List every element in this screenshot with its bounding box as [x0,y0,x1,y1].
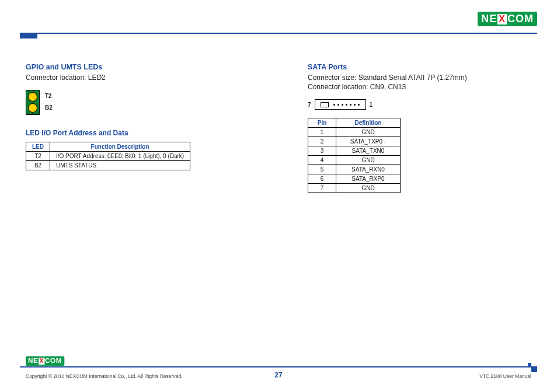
sata-key-icon [321,102,329,107]
table-row: 2SATA_TXP0 - [308,137,401,146]
header-rule [20,33,537,34]
logo-left: NE [481,13,497,25]
gpio-title: GPIO and UMTS LEDs [26,63,249,71]
table-row: 4GND [308,156,401,165]
gpio-connector: Connector location: LED2 [26,74,249,82]
logo-right: COM [507,13,534,25]
table-row: 5SATA_RXN0 [308,165,401,174]
sata-connector-diagram: 7 1 [308,99,531,110]
page-number: 27 [274,371,282,379]
brand-logo-top: NE X COM [478,12,537,26]
led-io-subhead: LED I/O Port Address and Data [26,129,249,137]
led-th-0: LED [26,142,50,152]
led-t2-label: T2 [45,93,52,99]
led-th-1: Function Description [50,142,190,152]
led-b2-icon [28,103,37,113]
table-row: 1GND [308,128,401,137]
copyright-text: Copyright © 2010 NEXCOM International Co… [26,373,182,379]
sata-table: Pin Definition 1GND 2SATA_TXP0 - 3SATA_T… [308,118,401,193]
right-column: SATA Ports Connector size: Standard Seri… [308,63,531,357]
led-table: LED Function Description T2 I/O PORT Add… [26,142,190,170]
header-tab [20,33,37,38]
sata-size: Connector size: Standard Serial ATAII 7P… [308,74,531,82]
footer-tab-icon-2 [528,363,531,366]
logo-mid: X [497,14,507,24]
footer-rule [20,366,537,368]
table-row: 6SATA_RXP0 [308,174,401,184]
sata-location: Connector location: CN9, CN13 [308,83,531,91]
sata-th-1: Definition [336,118,401,128]
led-diagram: T2 B2 [26,90,40,115]
led-b2-label: B2 [45,104,53,111]
sata-th-0: Pin [308,118,336,128]
sata-title: SATA Ports [308,63,531,71]
sata-connector-icon [315,99,366,110]
table-row: T2 I/O PORT Address: 0EE0; Bit0: 1 (Ligh… [26,152,190,161]
table-row: B2 UMTS STATUS [26,161,190,170]
table-row: 3SATA_TXN0 [308,146,401,156]
brand-logo-bottom: NE X COM [26,356,64,366]
table-row: 7GND [308,184,401,193]
led-t2-icon [28,92,37,102]
doc-name: VTC 2100 User Manual [479,373,531,379]
page-content: GPIO and UMTS LEDs Connector location: L… [26,63,531,357]
sata-pin7-label: 7 [308,102,311,108]
footer-tab-icon [531,366,537,372]
sata-pin1-label: 1 [370,102,373,108]
left-column: GPIO and UMTS LEDs Connector location: L… [26,63,249,357]
